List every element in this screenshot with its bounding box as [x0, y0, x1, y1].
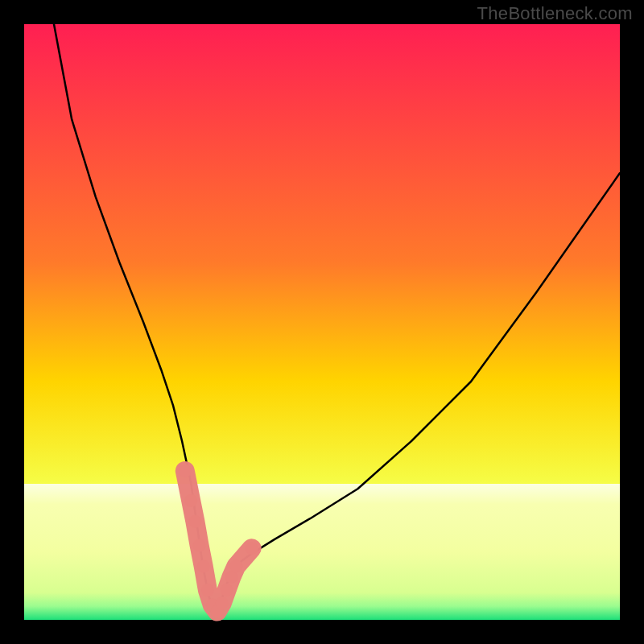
marker-left-bead-2: [188, 515, 201, 528]
watermark-text: TheBottleneck.com: [477, 3, 633, 24]
marker-left-long-top: [193, 539, 206, 552]
marker-left-bead-1: [184, 494, 197, 507]
chart-root: TheBottleneck.com: [0, 0, 644, 644]
marker-bottom-bead-4: [221, 584, 233, 597]
marker-left-cap-top: [179, 464, 192, 477]
bottom-band: [24, 484, 620, 620]
chart-svg: [0, 0, 644, 644]
marker-bottom-bead-1: [201, 584, 214, 597]
marker-right-cap-top: [246, 542, 258, 555]
marker-bottom-bead-3: [216, 597, 229, 609]
marker-right-rise-2: [229, 559, 242, 572]
marker-left-long-mid: [197, 559, 210, 572]
